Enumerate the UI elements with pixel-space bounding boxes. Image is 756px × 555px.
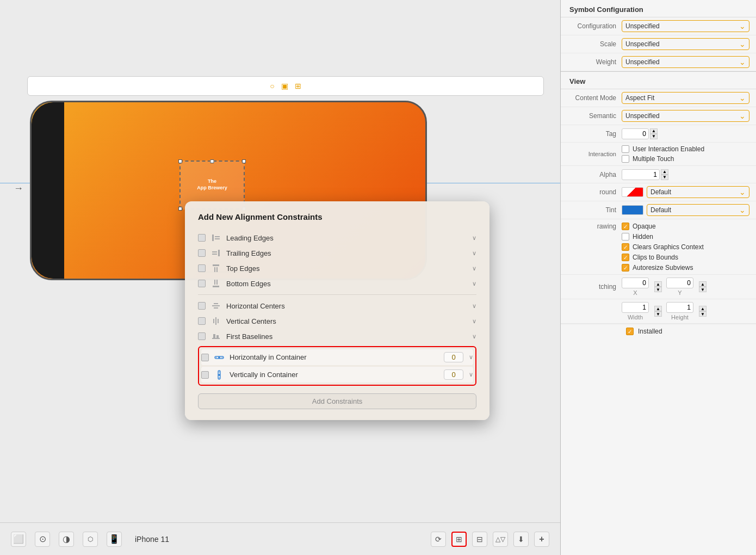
cb-trailing[interactable] (198, 249, 206, 257)
constraint-row-v-container[interactable]: Vertically in Container 0 ∨ (201, 367, 473, 383)
weight-dropdown[interactable]: Unspecified ⌄ (622, 56, 749, 68)
width-stepper[interactable]: ▲ ▼ (654, 306, 662, 317)
alpha-stepper[interactable]: ▲ ▼ (661, 169, 668, 180)
content-mode-dropdown-value: Aspect Fit (625, 94, 654, 102)
handle-tl[interactable] (178, 159, 182, 163)
cb-v-centers[interactable] (198, 317, 206, 325)
tag-stepper[interactable]: ▲ ▼ (650, 128, 658, 139)
stretching-value: 0 X ▲ ▼ 0 Y ▲ ▼ (622, 278, 749, 296)
configuration-dropdown[interactable]: Unspecified ⌄ (622, 20, 749, 32)
svg-rect-20 (216, 335, 219, 338)
cb-v-container[interactable] (201, 371, 209, 379)
constraint-row-v-centers[interactable]: Vertical Centers ∨ (198, 313, 476, 329)
multiple-touch-checkbox[interactable] (622, 155, 629, 163)
constraint-row-top[interactable]: Top Edges ∨ (198, 261, 476, 276)
alpha-input[interactable]: 1 (622, 169, 660, 180)
constraint-row-h-centers[interactable]: Horizontal Centers ∨ (198, 298, 476, 313)
svg-rect-0 (212, 235, 214, 241)
stretch-y-increment[interactable]: ▲ (699, 281, 707, 287)
canvas-icon-text: TheApp Brewery (197, 178, 227, 191)
height-decrement[interactable]: ▼ (699, 311, 707, 317)
stretch-x-stepper[interactable]: ▲ ▼ (654, 281, 662, 292)
drawing-label: rawing (567, 223, 622, 230)
cb-h-centers[interactable] (198, 302, 206, 310)
svg-rect-22 (218, 356, 220, 359)
stretch-y-decrement[interactable]: ▼ (699, 287, 707, 292)
add-constraints-button[interactable]: Add Constraints (198, 393, 476, 409)
width-increment[interactable]: ▲ (654, 306, 662, 311)
first-baselines-label: First Baselines (226, 332, 467, 341)
semantic-value: Unspecified ⌄ (622, 110, 749, 122)
stretch-y-input[interactable]: 0 (666, 278, 693, 288)
height-increment[interactable]: ▲ (699, 306, 707, 311)
h-container-value[interactable]: 0 (444, 352, 463, 362)
opaque-checkbox[interactable] (622, 223, 629, 230)
tag-decrement[interactable]: ▼ (650, 134, 658, 139)
cb-leading[interactable] (198, 234, 206, 242)
trailing-edges-label: Trailing Edges (226, 249, 467, 257)
scale-label: Scale (567, 40, 622, 48)
alpha-decrement[interactable]: ▼ (661, 175, 668, 180)
clips-bounds-checkbox[interactable] (622, 254, 629, 261)
content-mode-label: Content Mode (567, 94, 622, 102)
background-row: round Default ⌄ (561, 183, 756, 201)
trailing-edges-icon (211, 248, 221, 258)
user-interaction-checkbox[interactable] (622, 145, 629, 153)
scale-dropdown[interactable]: Unspecified ⌄ (622, 38, 749, 50)
add-editor-icon[interactable]: + (534, 532, 549, 547)
tag-row: Tag 0 ▲ ▼ (561, 125, 756, 143)
refresh-constraints-icon[interactable]: ⟳ (431, 532, 446, 547)
constraint-row-bottom[interactable]: Bottom Edges ∨ (198, 276, 476, 291)
device-view-icon[interactable]: ⬜ (11, 532, 26, 547)
iphone-notch (32, 102, 64, 279)
constraint-row-h-container[interactable]: Horizontally in Container 0 ∨ (201, 349, 473, 365)
resolve-issues-icon[interactable]: △▽ (493, 532, 508, 547)
constraint-row-leading[interactable]: Leading Edges ∨ (198, 230, 476, 245)
stretch-y-value: 0 (687, 279, 691, 287)
align-constraints-icon[interactable]: ⊞ (451, 532, 467, 547)
installed-checkbox[interactable] (626, 328, 634, 335)
tint-row: Tint Default ⌄ (561, 201, 756, 219)
tint-color-swatch[interactable] (622, 205, 643, 215)
accessibility-icon[interactable]: ⊙ (35, 532, 50, 547)
height-stepper[interactable]: ▲ ▼ (699, 306, 707, 317)
device-frame-icon[interactable]: 📱 (107, 532, 122, 547)
handle-tm[interactable] (210, 159, 214, 163)
autoresize-checkbox[interactable] (622, 264, 629, 272)
semantic-dropdown[interactable]: Unspecified ⌄ (622, 110, 749, 122)
stretch-x-increment[interactable]: ▲ (654, 281, 662, 287)
stretch-x-input[interactable]: 0 (622, 278, 649, 288)
embed-in-icon[interactable]: ⬇ (513, 532, 529, 547)
background-dropdown[interactable]: Default ⌄ (647, 186, 749, 198)
constraint-row-trailing[interactable]: Trailing Edges ∨ (198, 245, 476, 261)
height-input[interactable]: 1 (666, 302, 693, 313)
tint-dropdown[interactable]: Default ⌄ (647, 204, 749, 216)
clears-graphics-checkbox[interactable] (622, 243, 629, 251)
constraint-row-first-baselines[interactable]: First Baselines ∨ (198, 329, 476, 344)
cb-top[interactable] (198, 264, 206, 272)
handle-bl[interactable] (178, 207, 182, 211)
stretch-x-decrement[interactable]: ▼ (654, 287, 662, 292)
contrast-icon[interactable]: ◑ (59, 532, 74, 547)
tag-increment[interactable]: ▲ (650, 128, 658, 134)
configuration-dropdown-value: Unspecified (625, 22, 660, 30)
rotate-icon[interactable]: ⬡ (83, 532, 98, 547)
background-color-swatch[interactable] (622, 187, 643, 197)
cb-first-baselines[interactable] (198, 332, 206, 340)
interaction-row: Interaction User Interaction Enabled Mul… (561, 143, 756, 166)
stretch-y-stepper[interactable]: ▲ ▼ (699, 281, 707, 292)
add-constraints-icon[interactable]: ⊟ (472, 532, 487, 547)
content-mode-dropdown[interactable]: Aspect Fit ⌄ (622, 92, 749, 104)
weight-row: Weight Unspecified ⌄ (561, 53, 756, 71)
v-container-value[interactable]: 0 (444, 369, 463, 380)
alpha-increment[interactable]: ▲ (661, 169, 668, 175)
cb-bottom[interactable] (198, 280, 206, 287)
hidden-checkbox[interactable] (622, 233, 629, 240)
handle-tr[interactable] (242, 159, 246, 163)
cb-h-container[interactable] (201, 354, 209, 361)
width-input[interactable]: 1 (622, 302, 649, 313)
bottom-edges-icon (211, 279, 221, 288)
stretching-row: tching 0 X ▲ ▼ 0 Y ▲ ▼ (561, 275, 756, 299)
width-decrement[interactable]: ▼ (654, 311, 662, 317)
tag-input[interactable]: 0 (622, 128, 649, 139)
